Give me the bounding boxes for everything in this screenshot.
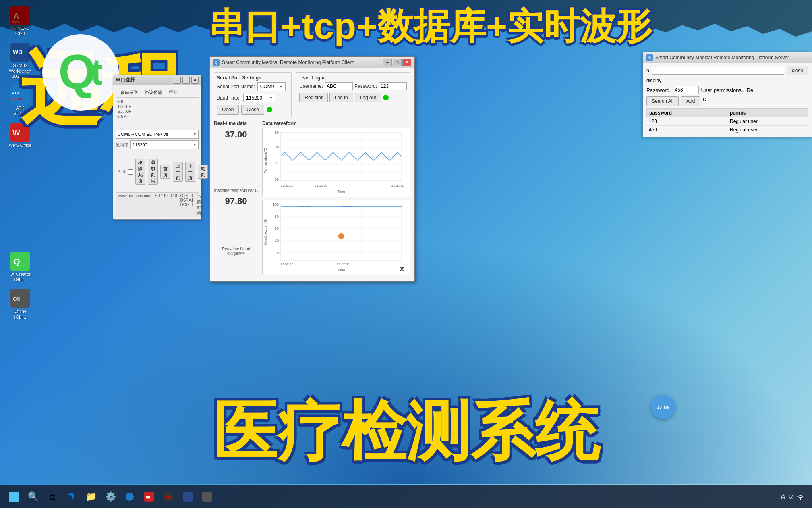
- server-title-icon: Q: [646, 54, 653, 61]
- serial-close-btn[interactable]: ✕: [191, 77, 199, 84]
- temp-display-panel: 37.00: [214, 129, 258, 140]
- row1-password: 123: [646, 117, 727, 125]
- taskbar-time: 汉: [789, 493, 793, 500]
- port-combo[interactable]: COM8→COM ELTIMA Vir ▼: [116, 130, 199, 139]
- pagination-bar: 3 4 移除此页 添加页码 首页 上一页 下一页 尾页 页码 1 跳转 9 周期…: [116, 151, 199, 192]
- add-btn[interactable]: Add: [681, 96, 700, 106]
- permissions-header: User permissions↓: [701, 87, 744, 93]
- baud-label: 波特率: [116, 142, 129, 148]
- login-btn[interactable]: Log in: [329, 93, 353, 102]
- clear-page-btn[interactable]: 移除此页: [135, 159, 145, 185]
- desktop-icon-workbench[interactable]: WB STM32Workbench2023 R1: [4, 41, 36, 81]
- port-select-row: COM8→COM ELTIMA Vir ▼: [116, 130, 199, 139]
- username-input[interactable]: [325, 82, 353, 90]
- add-code-btn[interactable]: 添加页码: [148, 159, 158, 185]
- taskbar-taskview[interactable]: ⧉: [44, 488, 61, 506]
- overlay-bottom: 医疗检测系统: [0, 389, 812, 476]
- server-content: n close display Password↓ User permissio…: [643, 63, 812, 137]
- svg-text:21:52:30: 21:52:30: [315, 184, 327, 187]
- svg-text:ATK: ATK: [12, 91, 19, 95]
- qt-client-close[interactable]: ✕: [402, 59, 411, 66]
- qt-client-title: Smart Community Medical Remote Monitorin…: [222, 60, 354, 65]
- next-page-btn[interactable]: 下一页: [185, 162, 195, 182]
- taskbar-app1[interactable]: [121, 488, 139, 506]
- taskbar-start[interactable]: [5, 488, 23, 506]
- port-name-combo[interactable]: COM9 ▼: [257, 82, 286, 91]
- port-combo-arrow: ▼: [193, 132, 197, 136]
- taskbar-explorer[interactable]: 📁: [82, 488, 100, 506]
- wps-label: WPS Office: [9, 143, 32, 148]
- server-row-1: n close: [646, 66, 808, 75]
- taskbar-search[interactable]: 🔍: [24, 488, 42, 506]
- serial-maximize-btn[interactable]: □: [182, 77, 190, 84]
- serial-settings-label: Serial Port Settings: [217, 75, 289, 81]
- row-num-2: 4: [123, 169, 125, 174]
- open-port-btn[interactable]: Open: [217, 105, 239, 115]
- serial-port-window: 串口选择 ─ □ ✕ 多串发送 协议传输 帮助 6.9F T36.6F S37.…: [113, 75, 201, 220]
- baud-combo[interactable]: 115200 ▼: [130, 140, 199, 149]
- col-password-header: password: [647, 109, 727, 117]
- svg-rect-63: [183, 492, 193, 502]
- password-search-input[interactable]: [675, 86, 699, 94]
- offline-icon: Offl: [10, 289, 30, 308]
- time-bubble: 07:08: [651, 395, 675, 419]
- waveform-panel: Data waveform: [262, 121, 410, 277]
- temp-realtime-label: machine temperature/°C: [214, 188, 258, 193]
- pagination-checkbox[interactable]: [128, 169, 133, 175]
- qt-client-maximize[interactable]: □: [393, 59, 402, 66]
- serial-settings-panel: Serial Port Settings Serial Port Name: C…: [214, 72, 292, 117]
- login-username-row: Username: Password:: [299, 82, 407, 90]
- login-panel: User Login Username: Password: Register …: [296, 72, 410, 117]
- menu-help[interactable]: 帮助: [166, 89, 181, 96]
- serial-menubar: 多串发送 协议传输 帮助: [116, 88, 199, 98]
- taskbar-app2[interactable]: W: [140, 488, 158, 506]
- register-btn[interactable]: Register: [299, 93, 328, 102]
- row-num-1: 3: [118, 169, 120, 174]
- table-row-1: 123 Regular user: [646, 117, 808, 126]
- password-input[interactable]: [379, 82, 407, 90]
- register-col: Re: [747, 87, 754, 93]
- last-page-btn[interactable]: 尾页: [198, 165, 208, 179]
- svg-text:Q: Q: [14, 257, 20, 266]
- desktop-icon-creator[interactable]: Q Qt Creator(Gbi...: [4, 250, 36, 284]
- svg-text:21:52:25: 21:52:25: [281, 184, 294, 187]
- svg-point-58: [126, 493, 134, 501]
- qt-client-win-controls: ─ □ ✕: [383, 59, 411, 66]
- desktop-icon-wps[interactable]: W WPS Office: [4, 121, 36, 150]
- taskbar-lang: 英: [781, 493, 785, 500]
- server-n-input[interactable]: [652, 67, 784, 75]
- serial-title-text: 串口选择: [116, 77, 135, 83]
- qt-client-window: Q Smart Community Medical Remote Monitor…: [209, 56, 415, 282]
- taskbar-app4[interactable]: [179, 488, 197, 506]
- oxygen-display-panel: 97.80: [214, 196, 258, 206]
- taskbar-settings[interactable]: ⚙️: [102, 488, 119, 506]
- close-port-btn[interactable]: Close: [241, 105, 264, 115]
- svg-text:37: 37: [275, 161, 279, 165]
- svg-rect-57: [14, 497, 19, 502]
- statusbar-s: S:1140: [155, 194, 168, 216]
- svg-text:39: 39: [275, 131, 279, 135]
- action-buttons-row: Search All Add D: [646, 96, 808, 106]
- taskbar-app3[interactable]: ATK: [160, 488, 177, 506]
- search-row: Password↓ User permissions↓ Re: [646, 86, 808, 94]
- table-row-2: 456 Regular user: [646, 126, 808, 134]
- server-close-btn[interactable]: close: [787, 66, 808, 75]
- login-status-dot: [383, 95, 389, 100]
- serial-window-content: 多串发送 协议传输 帮助 6.9F T36.6F S37.0F 6.5F COM…: [113, 85, 201, 219]
- oxygen-chart-container: 100 80 60 40 20 blood oxygen/%: [262, 200, 410, 274]
- first-page-btn[interactable]: 首页: [160, 165, 170, 179]
- oxygen-realtime-value: 97.80: [214, 196, 258, 206]
- prev-page-btn[interactable]: 上一页: [173, 162, 183, 182]
- baud-rate-combo[interactable]: 115200 ▼: [243, 94, 276, 102]
- taskbar-app5[interactable]: [198, 488, 216, 506]
- desktop-icon-offline[interactable]: Offl Offline(Gbi...: [4, 287, 36, 321]
- logout-btn[interactable]: Log out: [355, 93, 381, 102]
- taskbar-edge[interactable]: [63, 488, 81, 506]
- menu-multi-send[interactable]: 多串发送: [117, 89, 141, 96]
- serial-minimize-btn[interactable]: ─: [174, 77, 181, 84]
- menu-protocol[interactable]: 协议传输: [141, 89, 166, 96]
- search-all-btn[interactable]: Search All: [646, 96, 679, 106]
- baud-rate-value: 115200: [246, 95, 262, 101]
- qt-client-minimize[interactable]: ─: [383, 59, 392, 66]
- desktop-icon-atkvcom[interactable]: ATK VCOM ATKVCOM: [4, 84, 36, 118]
